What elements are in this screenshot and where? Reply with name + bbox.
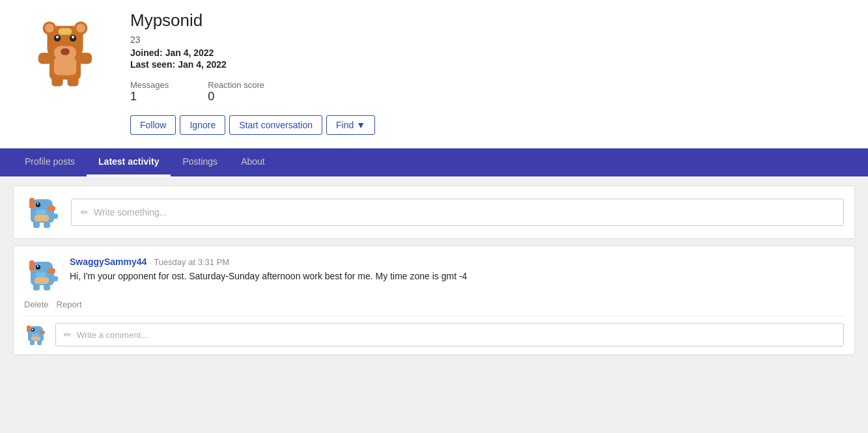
- svg-rect-37: [49, 276, 58, 281]
- post-meta: SwaggySammy44 · Tuesday at 3:31 PM Hi, I…: [70, 257, 844, 283]
- post-author-link[interactable]: SwaggySammy44: [70, 257, 147, 267]
- tab-postings[interactable]: Postings: [171, 148, 229, 176]
- joined-date: Jan 4, 2022: [165, 48, 214, 58]
- post-timestamp: Tuesday at 3:31 PM: [154, 257, 229, 267]
- svg-rect-13: [38, 53, 52, 64]
- svg-rect-48: [30, 341, 35, 345]
- ignore-button[interactable]: Ignore: [180, 115, 225, 135]
- write-something-input[interactable]: ✏ Write something...: [71, 199, 844, 226]
- svg-rect-36: [35, 277, 49, 284]
- svg-rect-27: [33, 221, 40, 228]
- svg-rect-15: [51, 75, 63, 86]
- messages-stat: Messages 1: [130, 80, 169, 104]
- reaction-stat: Reaction score 0: [208, 80, 264, 104]
- svg-rect-22: [37, 203, 38, 204]
- lastseen-date: Jan 4, 2022: [178, 59, 227, 70]
- follow-button[interactable]: Follow: [130, 115, 176, 135]
- post-content: Hi, I'm your opponent for ost. Saturday-…: [70, 270, 844, 283]
- post-header: SwaggySammy44 · Tuesday at 3:31 PM Hi, I…: [24, 257, 844, 293]
- post-author-avatar: [24, 257, 61, 293]
- profile-lastseen: Last seen: Jan 4, 2022: [130, 59, 855, 70]
- svg-rect-12: [54, 57, 76, 76]
- svg-rect-33: [37, 266, 38, 267]
- post-author-row: SwaggySammy44 · Tuesday at 3:31 PM: [70, 257, 844, 267]
- profile-age: 23: [130, 35, 855, 45]
- report-button[interactable]: Report: [57, 300, 82, 309]
- messages-value: 1: [130, 90, 169, 104]
- svg-rect-47: [31, 337, 40, 341]
- svg-rect-26: [49, 214, 58, 219]
- nav-tabs: Profile posts Latest activity Postings A…: [0, 148, 868, 176]
- content-area: ✏ Write something... Swagg: [0, 176, 868, 364]
- svg-rect-8: [56, 36, 58, 38]
- svg-rect-35: [36, 272, 46, 277]
- profile-joined: Joined: Jan 4, 2022: [130, 48, 855, 58]
- comment-pencil-icon: ✏: [64, 329, 72, 340]
- find-arrow-icon: ▼: [356, 120, 365, 130]
- svg-rect-5: [76, 23, 85, 33]
- svg-rect-24: [36, 210, 46, 215]
- tab-latest-activity[interactable]: Latest activity: [87, 148, 171, 176]
- svg-rect-17: [59, 28, 72, 35]
- svg-rect-34: [48, 268, 55, 273]
- profile-info: Mypsonid 23 Joined: Jan 4, 2022 Last see…: [130, 10, 855, 135]
- comment-input[interactable]: ✏ Write a comment...: [55, 323, 844, 346]
- action-buttons: Follow Ignore Start conversation Find ▼: [130, 115, 855, 135]
- svg-rect-45: [40, 331, 45, 334]
- profile-header: Mypsonid 23 Joined: Jan 4, 2022 Last see…: [0, 0, 868, 148]
- stats-row: Messages 1 Reaction score 0: [130, 80, 855, 104]
- tab-profile-posts[interactable]: Profile posts: [13, 148, 87, 176]
- svg-rect-20: [29, 198, 35, 208]
- tab-about[interactable]: About: [229, 148, 277, 176]
- profile-avatar: [29, 17, 101, 89]
- svg-rect-16: [67, 75, 78, 86]
- svg-rect-28: [44, 221, 50, 228]
- lastseen-label: Last seen:: [130, 59, 175, 70]
- comment-placeholder: Write a comment...: [77, 330, 148, 340]
- delete-button[interactable]: Delete: [24, 300, 49, 309]
- comment-box: ✏ Write a comment...: [24, 316, 844, 354]
- svg-rect-11: [61, 48, 70, 55]
- svg-rect-31: [29, 260, 35, 271]
- profile-username: Mypsonid: [130, 10, 855, 31]
- post-card: SwaggySammy44 · Tuesday at 3:31 PM Hi, I…: [13, 245, 855, 355]
- start-conversation-button[interactable]: Start conversation: [229, 115, 322, 135]
- svg-rect-49: [37, 341, 42, 345]
- reaction-value: 0: [208, 90, 264, 104]
- joined-label: Joined:: [130, 48, 163, 58]
- reaction-label: Reaction score: [208, 80, 264, 90]
- svg-rect-46: [32, 333, 39, 337]
- messages-label: Messages: [130, 80, 169, 90]
- post-actions: Delete Report: [24, 300, 844, 316]
- svg-rect-25: [35, 215, 49, 221]
- write-something-box: ✏ Write something...: [13, 186, 855, 239]
- current-user-avatar: [24, 194, 61, 230]
- find-button[interactable]: Find ▼: [326, 115, 375, 135]
- svg-rect-14: [79, 53, 92, 64]
- comment-avatar: [24, 323, 48, 346]
- svg-rect-44: [32, 329, 33, 330]
- svg-rect-9: [72, 36, 74, 38]
- svg-rect-39: [44, 284, 50, 290]
- profile-avatar-container: [13, 10, 117, 89]
- svg-rect-23: [48, 206, 55, 211]
- svg-rect-4: [45, 23, 54, 33]
- pencil-icon: ✏: [81, 207, 89, 217]
- svg-rect-38: [33, 284, 40, 290]
- svg-rect-42: [27, 326, 31, 332]
- find-label: Find: [336, 120, 354, 130]
- write-placeholder: Write something...: [94, 207, 167, 217]
